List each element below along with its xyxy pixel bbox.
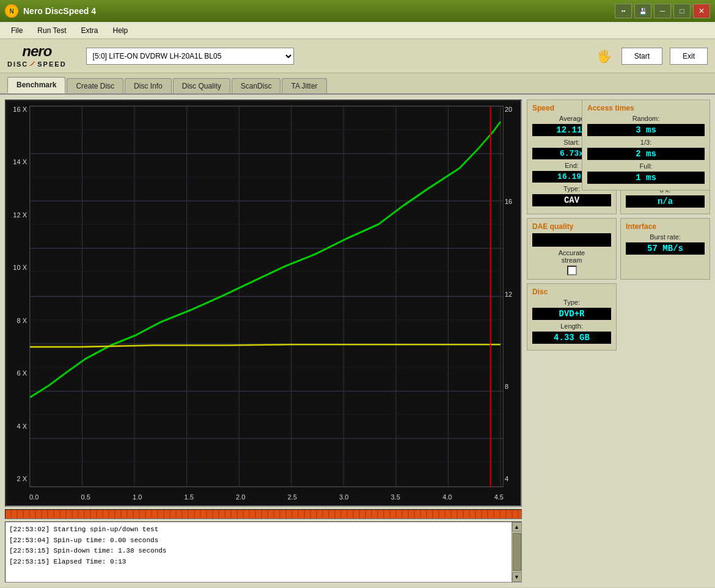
app-icon: N (5, 4, 18, 18)
log-scrollbar: ▲ ▼ (512, 522, 521, 582)
main-content: 16 X 14 X 12 X 10 X 8 X 6 X 4 X 2 X 20 1… (0, 95, 715, 587)
log-line-1: [22:53:02] Starting spin-up/down test (9, 524, 508, 535)
scroll-up-button[interactable]: ▲ (512, 522, 522, 532)
tab-disc-quality[interactable]: Disc Quality (173, 78, 230, 93)
exit-button[interactable]: Exit (670, 48, 708, 65)
random-value: 3 ms (587, 124, 705, 136)
chart-svg (30, 106, 503, 487)
y-label-4x: 4 X (9, 423, 27, 430)
tab-create-disc[interactable]: Create Disc (67, 78, 123, 93)
dae-title: DAE quality (532, 222, 611, 231)
burst-value: 57 MB/s (626, 242, 705, 255)
x-label-4: 4.0 (442, 493, 452, 501)
app-title: Nero DiscSpeed 4 (23, 6, 615, 16)
progress-bar-container (5, 509, 522, 519)
menu-runtest[interactable]: Run Test (31, 24, 72, 37)
x-label-05: 0.5 (81, 493, 90, 501)
log-area: [22:53:02] Starting spin-up/down test [2… (5, 521, 522, 583)
disc-section: Disc Type: DVD+R Length: 4.33 GB (527, 283, 617, 350)
log-line-4: [22:53:15] Elapsed Time: 0:13 (9, 557, 508, 568)
disc-length-label: Length: (532, 322, 611, 330)
x-label-45: 4.5 (494, 493, 504, 501)
x-label-15: 1.5 (185, 493, 194, 501)
chart-wrapper: 16 X 14 X 12 X 10 X 8 X 6 X 4 X 2 X 20 1… (5, 100, 522, 507)
third-value: 2 ms (587, 148, 705, 160)
tab-benchmark[interactable]: Benchmark (7, 77, 65, 93)
speed-type-value: CAV (532, 194, 611, 206)
logo-discspeed: DISC⟋SPEED (7, 59, 67, 68)
logo-area: nero DISC⟋SPEED (7, 44, 67, 68)
y-label-6x: 6 X (9, 369, 27, 377)
logo-nero: nero (22, 44, 51, 59)
x-axis: 0.0 0.5 1.0 1.5 2.0 2.5 3.0 3.5 4.0 4.5 (29, 488, 504, 506)
win-icon-btn1[interactable]: ▪▪ (615, 4, 632, 18)
accurate-stream-checkbox[interactable] (567, 266, 577, 275)
disc-length-value: 4.33 GB (532, 332, 611, 344)
tabs: Benchmark Create Disc Disc Info Disc Qua… (0, 73, 715, 95)
x-label-1: 1.0 (133, 493, 142, 501)
y-right-8: 8 (505, 383, 519, 390)
drive-selector: [5:0] LITE-ON DVDRW LH-20A1L BL05 (86, 48, 587, 65)
tab-ta-jitter[interactable]: TA Jitter (282, 78, 326, 93)
toolbar: nero DISC⟋SPEED [5:0] LITE-ON DVDRW LH-2… (0, 39, 715, 73)
tab-scandisc[interactable]: ScanDisc (232, 78, 281, 93)
chart-inner (29, 106, 504, 487)
interface-section: Interface Burst rate: 57 MB/s (620, 218, 710, 280)
log-content: [22:53:02] Starting spin-up/down test [2… (6, 522, 512, 582)
full-value: 1 ms (587, 172, 705, 184)
menu-file[interactable]: File (5, 24, 29, 37)
menu-help[interactable]: Help (107, 24, 134, 37)
y-right-12: 12 (505, 291, 519, 298)
disc-title: Disc (532, 288, 611, 296)
x-label-25: 2.5 (288, 493, 297, 501)
scroll-thumb[interactable] (513, 533, 521, 571)
accurate-stream-label: Accuratestream (559, 249, 585, 264)
access-times-title: Access times (587, 104, 705, 112)
y-right-16: 16 (505, 198, 519, 205)
win-save-btn[interactable]: 💾 (634, 4, 651, 18)
close-button[interactable]: ✕ (693, 4, 710, 18)
disc-type-value: DVD+R (532, 308, 611, 320)
dae-section: DAE quality Accuratestream (527, 218, 617, 280)
y-label-12x: 12 X (9, 211, 27, 219)
disc-type-label: Type: (532, 299, 611, 306)
y-label-16x: 16 X (9, 106, 27, 113)
x-label-2: 2.0 (236, 493, 245, 501)
y-axis-left: 16 X 14 X 12 X 10 X 8 X 6 X 4 X 2 X (6, 101, 29, 487)
access-times-section: Access times Random: 3 ms 1/3: 2 ms Full… (582, 100, 710, 191)
x-label-35: 3.5 (391, 493, 400, 501)
third-label: 1/3: (587, 139, 705, 146)
start-button[interactable]: Start (622, 48, 662, 65)
window-controls: ▪▪ 💾 ─ □ ✕ (615, 4, 710, 18)
full-label: Full: (587, 162, 705, 170)
random-label: Random: (587, 115, 705, 122)
hand-icon[interactable]: 🖐 (595, 46, 614, 66)
chart-area: 16 X 14 X 12 X 10 X 8 X 6 X 4 X 2 X 20 1… (5, 100, 522, 583)
y-label-8x: 8 X (9, 317, 27, 324)
drive-dropdown[interactable]: [5:0] LITE-ON DVDRW LH-20A1L BL05 (86, 48, 294, 65)
scroll-down-button[interactable]: ▼ (512, 572, 522, 582)
y-label-10x: 10 X (9, 264, 27, 271)
menubar: File Run Test Extra Help (0, 22, 715, 39)
progress-bar (6, 510, 521, 518)
x-label-0: 0.0 (29, 493, 38, 501)
log-line-2: [22:53:04] Spin-up time: 0.00 seconds (9, 535, 508, 546)
log-line-3: [22:53:15] Spin-down time: 1.38 seconds (9, 546, 508, 557)
y-label-14x: 14 X (9, 158, 27, 165)
right-panel: Speed Average 12.11x Start: 6.73x End: 1… (527, 100, 710, 583)
maximize-button[interactable]: □ (673, 4, 691, 18)
titlebar: N Nero DiscSpeed 4 ▪▪ 💾 ─ □ ✕ (0, 0, 715, 22)
menu-extra[interactable]: Extra (75, 24, 104, 37)
dae-value (532, 233, 611, 247)
x-label-3: 3.0 (339, 493, 348, 501)
accurate-stream-area: Accuratestream (532, 249, 611, 275)
y-right-20: 20 (505, 106, 519, 113)
burst-label: Burst rate: (626, 233, 705, 241)
minimize-button[interactable]: ─ (654, 4, 671, 18)
cpu-8x-value: n/a (626, 195, 705, 208)
tab-disc-info[interactable]: Disc Info (125, 78, 172, 93)
y-right-4: 4 (505, 475, 519, 482)
interface-title: Interface (626, 222, 705, 231)
y-axis-right: 20 16 12 8 4 (504, 101, 521, 487)
y-label-2x: 2 X (9, 475, 27, 482)
